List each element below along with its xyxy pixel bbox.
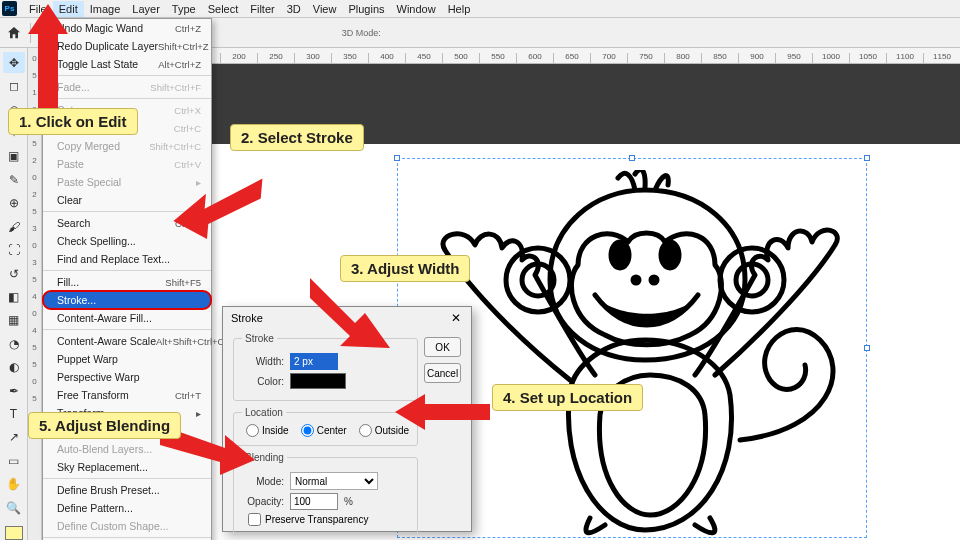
tool-move[interactable]: ✥ xyxy=(3,52,25,73)
preserve-label: Preserve Transparency xyxy=(265,514,368,525)
arrow-2 xyxy=(175,170,265,244)
opacity-input[interactable] xyxy=(290,493,338,510)
tool-dodge[interactable]: ◐ xyxy=(3,356,25,377)
tool-crop[interactable]: ▣ xyxy=(3,146,25,167)
callout-1: 1. Click on Edit xyxy=(8,108,138,135)
edit-menu-item[interactable]: Puppet Warp xyxy=(43,350,211,368)
tool-gradient[interactable]: ▦ xyxy=(3,310,25,331)
home-icon[interactable] xyxy=(6,25,22,41)
menu-image[interactable]: Image xyxy=(84,1,127,17)
location-center[interactable]: Center xyxy=(301,424,347,437)
color-label: Color: xyxy=(242,376,284,387)
svg-marker-11 xyxy=(395,394,490,430)
width-label: Width: xyxy=(242,356,284,367)
stroke-legend: Stroke xyxy=(242,333,277,344)
canvas-artwork xyxy=(410,170,860,540)
callout-4: 4. Set up Location xyxy=(492,384,643,411)
svg-marker-9 xyxy=(172,171,262,243)
tool-eraser[interactable]: ◧ xyxy=(3,286,25,307)
tool-heal[interactable]: ⊕ xyxy=(3,193,25,214)
location-group: Location Inside Center Outside xyxy=(233,407,418,446)
cancel-button[interactable]: Cancel xyxy=(424,363,461,383)
menu-window[interactable]: Window xyxy=(391,1,442,17)
tool-history[interactable]: ↺ xyxy=(3,263,25,284)
tool-hand[interactable]: ✋ xyxy=(3,474,25,495)
tool-stamp[interactable]: ⛶ xyxy=(3,239,25,260)
opacity-label: Opacity: xyxy=(242,496,284,507)
tool-path[interactable]: ↗ xyxy=(3,427,25,448)
color-swatch[interactable] xyxy=(290,373,346,389)
menu-select[interactable]: Select xyxy=(202,1,245,17)
edit-menu-item: Copy MergedShift+Ctrl+C xyxy=(43,137,211,155)
callout-5: 5. Adjust Blending xyxy=(28,412,181,439)
blending-group: Blending Mode: Normal Opacity: % Preserv… xyxy=(233,452,418,535)
edit-menu-item[interactable]: Stroke... xyxy=(43,291,211,309)
tool-shape[interactable]: ▭ xyxy=(3,450,25,471)
tool-brush[interactable]: 🖌 xyxy=(3,216,25,237)
arrow-4 xyxy=(395,394,495,438)
tool-type[interactable]: T xyxy=(3,403,25,424)
edit-menu-item[interactable]: Define Pattern... xyxy=(43,499,211,517)
menu-3d[interactable]: 3D xyxy=(281,1,307,17)
callout-3: 3. Adjust Width xyxy=(340,255,470,282)
menu-help[interactable]: Help xyxy=(442,1,477,17)
menu-type[interactable]: Type xyxy=(166,1,202,17)
location-legend: Location xyxy=(242,407,286,418)
edit-menu-item[interactable]: Perspective Warp xyxy=(43,368,211,386)
opacity-suffix: % xyxy=(344,496,353,507)
ok-button[interactable]: OK xyxy=(424,337,461,357)
edit-menu-item[interactable]: Free TransformCtrl+T xyxy=(43,386,211,404)
tool-zoom[interactable]: 🔍 xyxy=(3,497,25,518)
menu-view[interactable]: View xyxy=(307,1,343,17)
tool-eyedrop[interactable]: ✎ xyxy=(3,169,25,190)
menu-filter[interactable]: Filter xyxy=(244,1,280,17)
app-logo: Ps xyxy=(2,1,17,16)
mode-select[interactable]: Normal xyxy=(290,472,378,490)
tool-pen[interactable]: ✒ xyxy=(3,380,25,401)
svg-point-6 xyxy=(633,277,639,283)
dialog-close-button[interactable]: ✕ xyxy=(449,311,463,325)
dialog-title: Stroke xyxy=(231,312,263,324)
foreground-swatch[interactable] xyxy=(5,526,23,540)
arrow-1 xyxy=(28,4,88,118)
edit-menu-item[interactable]: Content-Aware Fill... xyxy=(43,309,211,327)
arrow-3 xyxy=(300,278,390,362)
menu-layer[interactable]: Layer xyxy=(126,1,166,17)
menu-plugins[interactable]: Plugins xyxy=(342,1,390,17)
svg-marker-10 xyxy=(310,278,390,348)
svg-marker-8 xyxy=(28,4,68,109)
svg-point-7 xyxy=(651,277,657,283)
edit-menu-item: Define Custom Shape... xyxy=(43,517,211,535)
edit-menu-item[interactable]: Fill...Shift+F5 xyxy=(43,273,211,291)
tool-blur[interactable]: ◔ xyxy=(3,333,25,354)
svg-point-4 xyxy=(611,242,629,268)
edit-menu-item[interactable]: Content-Aware ScaleAlt+Shift+Ctrl+C xyxy=(43,332,211,350)
menubar: Ps File Edit Image Layer Type Select Fil… xyxy=(0,0,960,18)
option-3d-mode: 3D Mode: xyxy=(342,28,381,38)
tool-marquee[interactable]: ◻ xyxy=(3,75,25,96)
edit-menu-item[interactable]: Find and Replace Text... xyxy=(43,250,211,268)
callout-2: 2. Select Stroke xyxy=(230,124,364,151)
preserve-transparency-checkbox[interactable] xyxy=(248,513,261,526)
svg-point-5 xyxy=(661,242,679,268)
